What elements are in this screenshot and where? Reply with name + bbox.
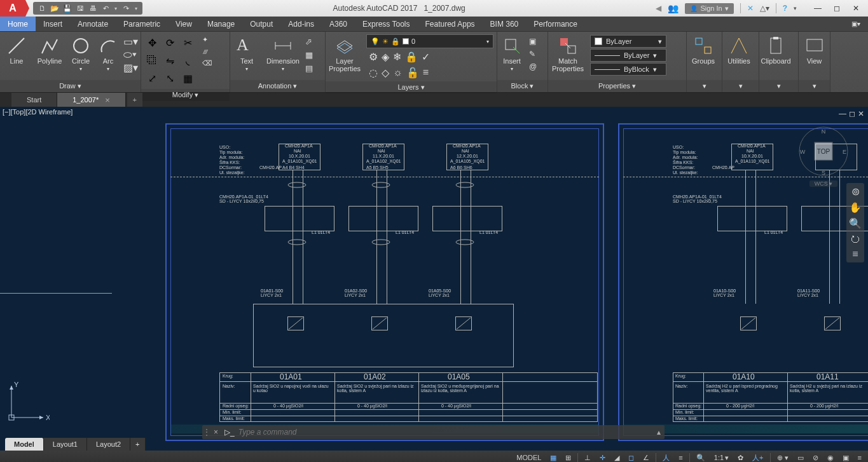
osnap-icon[interactable]: ◻ bbox=[626, 454, 637, 462]
line-button[interactable]: Line bbox=[0, 33, 33, 65]
polar-icon[interactable]: ✛ bbox=[597, 454, 608, 462]
laymcur-icon[interactable]: ✓ bbox=[422, 51, 430, 63]
command-input[interactable] bbox=[238, 428, 653, 437]
layiso-icon[interactable]: ◈ bbox=[382, 51, 389, 63]
move-icon[interactable]: ✥ bbox=[145, 36, 159, 50]
infocenter-icon[interactable]: 👥 bbox=[668, 3, 679, 13]
saveas-icon[interactable]: 🖫 bbox=[75, 3, 85, 13]
tab-layout1[interactable]: Layout1 bbox=[44, 438, 87, 451]
pan-icon[interactable]: ✋ bbox=[849, 201, 862, 214]
explode-icon[interactable]: ✦ bbox=[202, 36, 212, 44]
add-tab-button[interactable]: + bbox=[127, 93, 142, 107]
tab-insert[interactable]: Insert bbox=[36, 17, 70, 31]
panel-title-groups[interactable]: ▾ bbox=[687, 80, 722, 92]
drawing-area[interactable]: [−][Top][2D Wireframe] — ◻ ✕ USO: Tip mo… bbox=[0, 107, 868, 451]
tab-a360[interactable]: A360 bbox=[322, 17, 355, 31]
ellipse-icon[interactable]: ⬭▾ bbox=[123, 49, 136, 60]
cmd-menu-icon[interactable]: ▴ bbox=[653, 428, 665, 437]
utilities-button[interactable]: Utilities bbox=[722, 33, 755, 65]
dimension-button[interactable]: Dimension▾ bbox=[263, 33, 303, 72]
app-logo[interactable]: A bbox=[0, 0, 25, 17]
copy-icon[interactable]: ⿻ bbox=[145, 53, 159, 67]
tab-manage[interactable]: Manage bbox=[200, 17, 242, 31]
linetype-dropdown[interactable]: ByBlock▾ bbox=[590, 63, 666, 76]
anno-vis-icon[interactable]: 人+ bbox=[750, 453, 766, 463]
erase-icon[interactable]: ⌫ bbox=[202, 59, 212, 67]
minimize-button[interactable]: — bbox=[808, 2, 827, 15]
tpy-icon[interactable]: ≡ bbox=[676, 454, 685, 461]
insert-button[interactable]: Insert▾ bbox=[497, 33, 527, 72]
hardware-icon[interactable]: ◉ bbox=[825, 454, 836, 462]
panel-title-annotation[interactable]: Annotation ▾ bbox=[230, 80, 325, 92]
edit-block-icon[interactable]: ✎ bbox=[529, 50, 537, 58]
tab-output[interactable]: Output bbox=[242, 17, 280, 31]
vp-minimize-icon[interactable]: — bbox=[839, 109, 846, 118]
scale-icon[interactable]: ⤡ bbox=[163, 71, 177, 85]
ribbon-collapse[interactable]: ▣▾ bbox=[844, 17, 868, 31]
exchange-icon[interactable]: ✕ bbox=[747, 4, 754, 13]
arc-button[interactable]: Arc▾ bbox=[95, 33, 121, 72]
layer-properties-button[interactable]: Layer Properties bbox=[326, 33, 364, 72]
layfrz-icon[interactable]: ❄ bbox=[393, 51, 401, 63]
tab-start[interactable]: Start bbox=[11, 93, 57, 107]
orbit-icon[interactable]: ⭮ bbox=[850, 233, 860, 245]
fillet-icon[interactable]: ◟ bbox=[181, 53, 195, 67]
new-icon[interactable]: 🗋 bbox=[37, 3, 47, 13]
customize-icon[interactable]: ≡ bbox=[855, 454, 864, 461]
array-icon[interactable]: ▦ bbox=[181, 71, 195, 85]
a360-icon[interactable]: △▾ bbox=[760, 4, 769, 13]
stretch-icon[interactable]: ⤢ bbox=[145, 71, 159, 85]
redo-icon[interactable]: ↷ bbox=[121, 3, 131, 13]
zoom-icon[interactable]: 🔍 bbox=[849, 217, 862, 229]
grip-icon[interactable]: ⋮ bbox=[202, 428, 211, 437]
steering-wheel-icon[interactable]: ⊚ bbox=[851, 186, 860, 198]
command-line[interactable]: ⋮ × ▷_ ▴ bbox=[202, 425, 665, 439]
lineweight-dropdown[interactable]: ByLayer▾ bbox=[590, 49, 666, 62]
tab-express[interactable]: Express Tools bbox=[355, 17, 417, 31]
snap-icon[interactable]: ⊞ bbox=[563, 454, 574, 462]
view-button[interactable]: View bbox=[799, 33, 830, 65]
showmenu-icon[interactable]: ≡ bbox=[852, 248, 858, 260]
tab-addins[interactable]: Add-ins bbox=[280, 17, 322, 31]
isolate-icon[interactable]: ⊘ bbox=[810, 454, 821, 462]
laythw-icon[interactable]: ☼ bbox=[393, 67, 403, 79]
gear-icon[interactable]: ✿ bbox=[735, 454, 746, 462]
open-icon[interactable]: 📂 bbox=[50, 3, 60, 13]
panel-title-modify[interactable]: Modify ▾ bbox=[141, 89, 230, 101]
layer-dropdown[interactable]: 💡 ☀ 🔒 0 ▾ bbox=[366, 34, 493, 48]
trim-icon[interactable]: ✂ bbox=[181, 36, 195, 50]
wcs-button[interactable]: WCS ▾ bbox=[809, 180, 837, 187]
lwt-icon[interactable]: 人 bbox=[660, 453, 672, 463]
undo-icon[interactable]: ↶ bbox=[100, 3, 111, 13]
view-label[interactable]: [−][Top][2D Wireframe] bbox=[3, 108, 72, 116]
rectangle-icon[interactable]: ▭▾ bbox=[123, 36, 136, 48]
rotate-icon[interactable]: ⟳ bbox=[163, 36, 177, 50]
panel-title-block[interactable]: Block ▾ bbox=[497, 80, 548, 92]
vp-close-icon[interactable]: ✕ bbox=[858, 109, 864, 118]
iso-icon[interactable]: ◢ bbox=[612, 454, 622, 462]
monitor-icon[interactable]: ▭ bbox=[795, 454, 806, 462]
text-button[interactable]: AText▾ bbox=[230, 33, 263, 72]
tab-home[interactable]: Home bbox=[0, 17, 36, 31]
table-icon[interactable]: ▦ bbox=[305, 50, 313, 60]
tab-featured[interactable]: Featured Apps bbox=[418, 17, 483, 31]
viewcube[interactable]: TOP N S E W WCS ▾ bbox=[798, 126, 849, 177]
close-icon[interactable]: × bbox=[105, 95, 110, 105]
groups-button[interactable]: Groups bbox=[687, 33, 720, 65]
layuniso-icon[interactable]: ◇ bbox=[382, 67, 389, 79]
panel-title-draw[interactable]: Draw ▾ bbox=[0, 80, 141, 92]
grid-icon[interactable]: ▦ bbox=[548, 454, 559, 462]
attr-icon[interactable]: @ bbox=[529, 62, 537, 71]
leader-icon[interactable]: ⬀ bbox=[305, 37, 313, 46]
clipboard-button[interactable]: Clipboard bbox=[759, 33, 792, 65]
tab-bim360[interactable]: BIM 360 bbox=[483, 17, 527, 31]
tab-model[interactable]: Model bbox=[5, 438, 44, 451]
panel-title-properties[interactable]: Properties ▾ bbox=[548, 80, 686, 92]
panel-title-clipboard[interactable]: ▾ bbox=[759, 80, 798, 92]
laymch-icon[interactable]: ≡ bbox=[423, 67, 429, 79]
save-icon[interactable]: 💾 bbox=[62, 3, 72, 13]
close-cmd-icon[interactable]: × bbox=[211, 428, 221, 437]
ortho-icon[interactable]: ⊥ bbox=[582, 454, 593, 462]
tab-view[interactable]: View bbox=[168, 17, 200, 31]
match-properties-button[interactable]: Match Properties bbox=[548, 33, 588, 72]
